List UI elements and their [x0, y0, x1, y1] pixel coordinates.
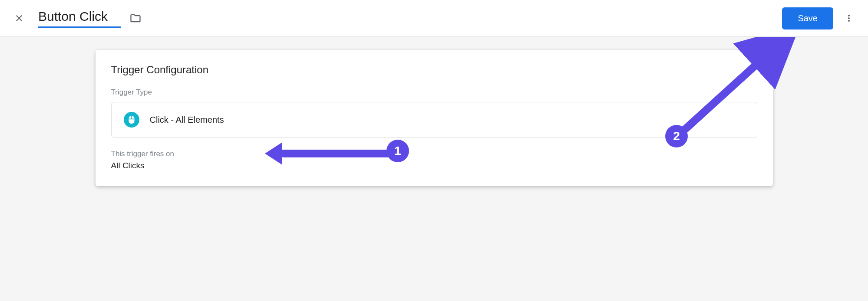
header-actions: Save [782, 7, 858, 29]
save-button[interactable]: Save [782, 7, 833, 29]
trigger-type-label: Trigger Type [111, 88, 757, 97]
folder-icon [129, 12, 142, 24]
pencil-icon [748, 65, 758, 75]
folder-button[interactable] [129, 12, 142, 24]
click-trigger-icon [124, 112, 139, 128]
fires-on-label: This trigger fires on [111, 150, 757, 158]
trigger-configuration-card: Trigger Configuration Trigger Type Click… [96, 50, 773, 186]
fires-on-value: All Clicks [111, 161, 757, 170]
trigger-name-input[interactable] [38, 9, 121, 28]
trigger-type-value: Click - All Elements [150, 115, 224, 125]
more-vert-icon [844, 13, 854, 23]
trigger-type-selector[interactable]: Click - All Elements [111, 102, 757, 137]
more-menu-button[interactable] [840, 10, 858, 27]
header-bar: Save [0, 0, 868, 37]
content-area: Trigger Configuration Trigger Type Click… [0, 37, 868, 301]
card-title: Trigger Configuration [111, 64, 757, 76]
mouse-icon [127, 115, 136, 124]
edit-button[interactable] [745, 62, 761, 79]
close-button[interactable] [10, 10, 28, 27]
close-icon [14, 13, 24, 23]
